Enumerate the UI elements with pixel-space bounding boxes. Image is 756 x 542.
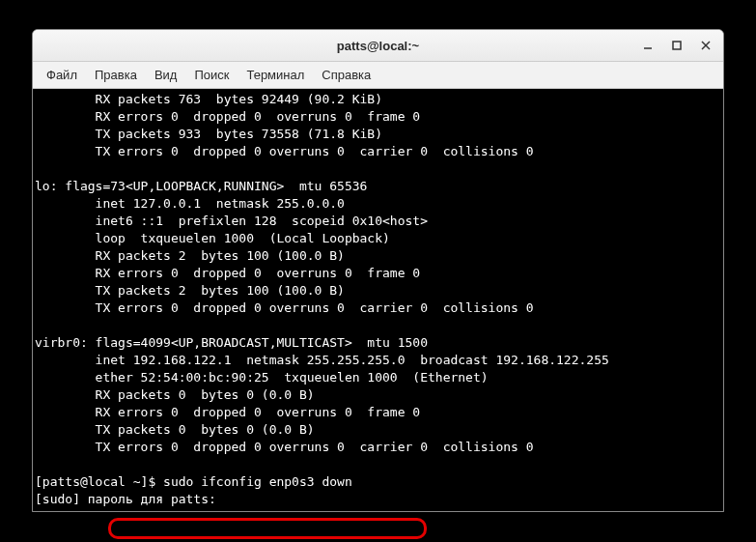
terminal-line: TX packets 0 bytes 0 (0.0 B) [35,422,315,437]
terminal-line: ether 52:54:00:bc:90:25 txqueuelen 1000 … [35,370,489,385]
terminal-line: TX packets 2 bytes 100 (100.0 B) [35,283,345,298]
terminal-line: TX packets 933 bytes 73558 (71.8 KiB) [35,127,382,141]
terminal-line: RX errors 0 dropped 0 overruns 0 frame 0 [35,266,420,280]
terminal-line: TX errors 0 dropped 0 overruns 0 carrier… [35,440,534,454]
menubar: Файл Правка Вид Поиск Терминал Справка [33,62,723,89]
annotation-highlight [108,518,427,539]
svg-rect-1 [673,42,681,49]
maximize-button[interactable] [665,34,688,57]
terminal-line: RX packets 0 bytes 0 (0.0 B) [35,387,315,402]
minimize-button[interactable] [636,34,659,57]
menu-terminal[interactable]: Терминал [238,64,312,86]
window-title: patts@local:~ [337,39,419,53]
menu-edit[interactable]: Правка [87,64,145,86]
terminal-line: [sudo] пароль для patts: [35,492,224,506]
terminal-line: TX errors 0 dropped 0 overruns 0 carrier… [35,300,534,315]
terminal-line: lo: flags=73<UP,LOOPBACK,RUNNING> mtu 65… [35,179,367,193]
terminal-line: inet6 ::1 prefixlen 128 scopeid 0x10<hos… [35,214,428,228]
terminal-line: virbr0: flags=4099<UP,BROADCAST,MULTICAS… [35,335,428,350]
menu-view[interactable]: Вид [147,64,185,86]
terminal-line: loop txqueuelen 1000 (Local Loopback) [35,231,390,245]
terminal-line: RX packets 2 bytes 100 (100.0 B) [35,248,345,263]
menu-search[interactable]: Поиск [186,64,237,86]
menu-file[interactable]: Файл [39,64,85,86]
window-controls [636,34,717,57]
terminal-line: RX errors 0 dropped 0 overruns 0 frame 0 [35,405,420,419]
terminal-line: inet 192.168.122.1 netmask 255.255.255.0… [35,353,609,367]
terminal-line: RX packets 763 bytes 92449 (90.2 KiB) [35,92,382,106]
terminal-line: TX errors 0 dropped 0 overruns 0 carrier… [35,144,534,158]
terminal-window: patts@local:~ Файл Правка Вид Поиск Терм… [32,29,724,512]
close-button[interactable] [694,34,717,57]
menu-help[interactable]: Справка [314,64,378,86]
terminal-line: RX errors 0 dropped 0 overruns 0 frame 0 [35,109,420,124]
terminal-line: [patts@local ~]$ sudo ifconfig enp0s3 do… [35,474,352,489]
terminal-output[interactable]: RX packets 763 bytes 92449 (90.2 KiB) RX… [33,89,723,511]
terminal-line: inet 127.0.0.1 netmask 255.0.0.0 [35,196,345,211]
titlebar: patts@local:~ [33,30,723,62]
